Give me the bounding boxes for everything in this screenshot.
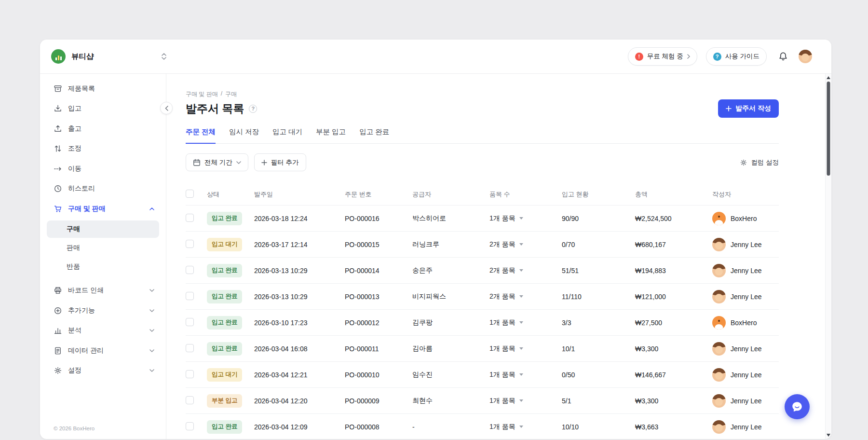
topbar-right: ! 무료 체험 중 ? 사용 가이드 bbox=[628, 47, 812, 66]
receiving-status: 11/110 bbox=[562, 293, 635, 301]
scrollbar-thumb[interactable] bbox=[827, 82, 830, 176]
expand-items-caret-icon[interactable] bbox=[519, 426, 523, 428]
author-name: BoxHero bbox=[731, 215, 757, 222]
page-title: 발주서 목록 bbox=[186, 101, 244, 116]
shopping-cart-icon bbox=[54, 205, 62, 213]
sidebar-item-purchase-sales[interactable]: 구매 및 판매 bbox=[40, 199, 166, 219]
total-amount: ₩3,300 bbox=[635, 345, 712, 353]
user-avatar[interactable] bbox=[799, 50, 812, 63]
sidebar-item-label: 구매 및 판매 bbox=[68, 205, 106, 213]
add-filter-button[interactable]: 필터 추가 bbox=[254, 153, 306, 171]
expand-items-caret-icon[interactable] bbox=[519, 399, 523, 402]
breadcrumb-parent[interactable]: 구매 및 판매 bbox=[186, 90, 218, 98]
sidebar-subitem-returns[interactable]: 반품 bbox=[47, 258, 159, 275]
notifications-bell-icon[interactable] bbox=[778, 52, 788, 61]
sidebar-item-addons[interactable]: 추가기능 bbox=[40, 301, 166, 321]
row-checkbox[interactable] bbox=[186, 422, 194, 430]
chevron-down-icon bbox=[236, 161, 241, 164]
sidebar-subitem-sales[interactable]: 판매 bbox=[47, 239, 159, 257]
row-checkbox[interactable] bbox=[186, 266, 194, 274]
order-number: PO-000012 bbox=[345, 319, 412, 327]
sidebar-item-history[interactable]: 히스토리 bbox=[40, 179, 166, 199]
column-settings-button[interactable]: 컬럼 설정 bbox=[740, 158, 779, 167]
sidebar-item-products[interactable]: 제품목록 bbox=[40, 79, 166, 99]
boxhero-logo-icon bbox=[51, 49, 66, 64]
table-row[interactable]: 입고 완료 2026-03-10 17:23 PO-000012 김쿠팡 1개 … bbox=[186, 309, 779, 335]
breadcrumb-separator: / bbox=[221, 90, 222, 98]
table-row[interactable]: 입고 완료 2026-03-04 16:08 PO-000011 김아름 1개 … bbox=[186, 335, 779, 361]
row-checkbox[interactable] bbox=[186, 292, 194, 300]
expand-items-caret-icon[interactable] bbox=[519, 373, 523, 376]
supplier-name: 임수진 bbox=[412, 371, 489, 379]
receiving-status: 51/51 bbox=[562, 267, 635, 275]
row-checkbox[interactable] bbox=[186, 370, 194, 378]
sidebar-item-adjust[interactable]: 조정 bbox=[40, 139, 166, 159]
table-row[interactable]: 입고 완료 2026-03-13 10:29 PO-000014 송은주 2개 … bbox=[186, 257, 779, 283]
table-row[interactable]: 입고 완료 2026-03-13 10:29 PO-000013 비지피웍스 2… bbox=[186, 283, 779, 309]
row-checkbox[interactable] bbox=[186, 240, 194, 248]
support-chat-button[interactable] bbox=[785, 394, 810, 419]
sidebar-subitem-label: 판매 bbox=[67, 244, 80, 252]
sidebar-item-settings[interactable]: 설정 bbox=[40, 361, 166, 381]
expand-items-caret-icon[interactable] bbox=[519, 243, 523, 246]
row-checkbox[interactable] bbox=[186, 214, 194, 222]
free-trial-button[interactable]: ! 무료 체험 중 bbox=[628, 47, 697, 66]
table-row[interactable]: 입고 대기 2026-03-04 12:21 PO-000010 임수진 1개 … bbox=[186, 361, 779, 387]
author-name: Jenny Lee bbox=[731, 241, 762, 248]
tab-draft[interactable]: 임시 저장 bbox=[229, 127, 259, 144]
scroll-up-arrow-icon[interactable] bbox=[827, 76, 830, 79]
supplier-name: - bbox=[412, 423, 489, 431]
sidebar-item-stock-in[interactable]: 입고 bbox=[40, 99, 166, 119]
chevron-down-icon bbox=[149, 329, 154, 332]
row-checkbox[interactable] bbox=[186, 344, 194, 352]
sidebar-subitem-label: 구매 bbox=[67, 225, 80, 234]
total-amount: ₩3,663 bbox=[635, 423, 712, 431]
supplier-name: 러닝크루 bbox=[412, 240, 489, 249]
status-badge: 입고 완료 bbox=[207, 212, 242, 225]
sidebar-item-label: 제품목록 bbox=[68, 84, 95, 93]
row-checkbox[interactable] bbox=[186, 318, 194, 326]
expand-items-caret-icon[interactable] bbox=[519, 347, 523, 350]
row-checkbox[interactable] bbox=[186, 396, 194, 404]
status-badge: 입고 완료 bbox=[207, 290, 242, 303]
scroll-down-arrow-icon[interactable] bbox=[827, 434, 830, 437]
chevron-down-icon bbox=[149, 369, 154, 372]
app-window: 뷰티샵 ! 무료 체험 중 ? 사용 가이드 bbox=[40, 40, 831, 439]
workspace-switcher[interactable]: 뷰티샵 bbox=[51, 49, 166, 64]
table-row[interactable]: 입고 완료 2026-03-18 12:24 PO-000016 박스히어로 1… bbox=[186, 205, 779, 231]
sidebar-item-move[interactable]: 이동 bbox=[40, 159, 166, 179]
table-body: 입고 완료 2026-03-18 12:24 PO-000016 박스히어로 1… bbox=[186, 205, 779, 439]
table-row[interactable]: 부분 입고 2026-03-04 12:20 PO-000009 최현수 1개 … bbox=[186, 387, 779, 413]
sidebar-collapse-button[interactable] bbox=[160, 102, 173, 114]
sidebar-item-data-management[interactable]: 데이터 관리 bbox=[40, 341, 166, 361]
sidebar-item-analytics[interactable]: 분석 bbox=[40, 321, 166, 341]
tab-awaiting-receipt[interactable]: 입고 대기 bbox=[272, 127, 302, 144]
expand-items-caret-icon[interactable] bbox=[519, 321, 523, 324]
period-filter-dropdown[interactable]: 전체 기간 bbox=[186, 153, 248, 171]
vertical-scrollbar[interactable] bbox=[825, 74, 831, 439]
tab-partial-receipt[interactable]: 부분 입고 bbox=[316, 127, 346, 144]
workspace-switch-icon[interactable] bbox=[162, 53, 166, 60]
order-date: 2026-03-04 12:09 bbox=[254, 423, 345, 431]
expand-items-caret-icon[interactable] bbox=[519, 295, 523, 298]
expand-items-caret-icon[interactable] bbox=[519, 269, 523, 272]
table-row[interactable]: 입고 대기 2026-03-17 12:14 PO-000015 러닝크루 2개… bbox=[186, 231, 779, 257]
tab-received[interactable]: 입고 완료 bbox=[359, 127, 389, 144]
create-purchase-order-button[interactable]: 발주서 작성 bbox=[718, 99, 779, 118]
tab-all-orders[interactable]: 주문 전체 bbox=[186, 127, 216, 144]
order-date: 2026-03-17 12:14 bbox=[254, 241, 345, 248]
table-row[interactable]: 입고 완료 2026-03-04 12:09 PO-000008 - 1개 품목… bbox=[186, 413, 779, 439]
author-avatar bbox=[712, 368, 726, 382]
total-amount: ₩3,300 bbox=[635, 397, 712, 405]
order-date: 2026-03-10 17:23 bbox=[254, 319, 345, 327]
select-all-checkbox[interactable] bbox=[186, 190, 194, 198]
trial-label: 무료 체험 중 bbox=[647, 52, 683, 61]
item-count: 1개 품목 bbox=[489, 318, 515, 327]
sidebar-item-stock-out[interactable]: 출고 bbox=[40, 119, 166, 139]
sidebar-item-barcode-print[interactable]: 바코드 인쇄 bbox=[40, 281, 166, 301]
help-icon[interactable]: ? bbox=[249, 105, 257, 113]
receiving-status: 0/70 bbox=[562, 241, 635, 248]
sidebar-subitem-purchase[interactable]: 구매 bbox=[47, 220, 159, 238]
user-guide-button[interactable]: ? 사용 가이드 bbox=[706, 47, 767, 66]
expand-items-caret-icon[interactable] bbox=[519, 217, 523, 220]
